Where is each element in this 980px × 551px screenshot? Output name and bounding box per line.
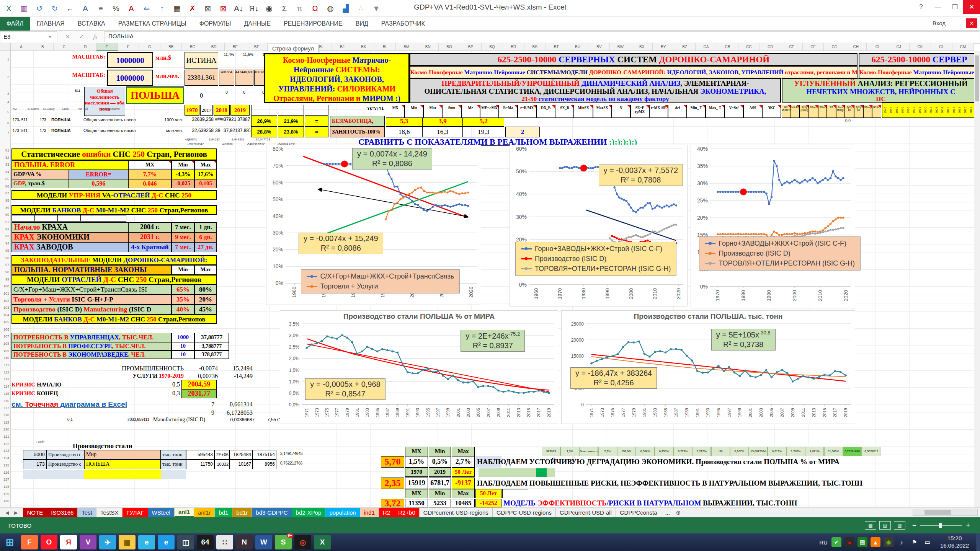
file-explorer-icon[interactable]: ▣ bbox=[119, 535, 136, 549]
row-header-99[interactable]: 99 bbox=[5, 277, 9, 281]
col-header-CM[interactable]: CM bbox=[952, 43, 974, 51]
sumA-min[interactable]: 0,5% bbox=[429, 456, 451, 468]
col-header-CL[interactable]: CL bbox=[931, 43, 952, 51]
col-header-F[interactable]: F bbox=[118, 43, 139, 51]
col-header-BV[interactable]: BV bbox=[588, 43, 610, 51]
row-header-117[interactable]: 117 bbox=[4, 406, 9, 410]
sheet-nav-arrows[interactable]: ◀▶ bbox=[0, 508, 23, 517]
row2-v3[interactable]: 37,9216 bbox=[224, 128, 237, 133]
row2-p1[interactable]: 28,8% bbox=[251, 127, 277, 137]
sumC-min[interactable]: 6781,7 bbox=[429, 478, 451, 489]
language-indicator[interactable]: RU bbox=[819, 539, 828, 546]
row-header-116[interactable]: 116 bbox=[4, 399, 9, 403]
crash3-year[interactable]: 4-х Кратный 2033г. bbox=[128, 242, 172, 252]
help-icon[interactable]: ? bbox=[913, 0, 929, 14]
steel1-code[interactable]: 5000 bbox=[23, 450, 47, 460]
col-header-BO[interactable]: BO bbox=[439, 43, 460, 51]
ind2-max[interactable]: 20% bbox=[194, 295, 217, 305]
sumE-max[interactable]: 10485 bbox=[452, 499, 475, 507]
steel1-ratio[interactable]: 3,149174648 bbox=[280, 452, 311, 456]
row-header-108[interactable]: 108 bbox=[3, 342, 9, 346]
row-header-96[interactable]: 96 bbox=[5, 256, 9, 260]
vertical-scrollbar[interactable] bbox=[974, 51, 980, 507]
row-header-126[interactable]: 126 bbox=[3, 471, 9, 474]
row-header-129[interactable]: 129 bbox=[3, 492, 9, 496]
close-icon[interactable]: ✕ bbox=[963, 0, 980, 14]
sheet-tab-ISO3166[interactable]: ISO3166 bbox=[47, 508, 78, 517]
telegram-icon[interactable]: ✈ bbox=[99, 535, 116, 549]
sheet-tab-bd1[interactable]: bd1 bbox=[215, 508, 232, 517]
opera-icon[interactable]: O bbox=[41, 535, 57, 549]
sheet-tab-NOTE[interactable]: NOTE bbox=[23, 508, 47, 517]
need3-v1[interactable]: 10 bbox=[172, 350, 194, 359]
sumA-max[interactable]: 2,7% bbox=[452, 456, 475, 468]
need2-v2[interactable]: 3,788777 bbox=[194, 342, 229, 350]
sheet-tab-TestSX[interactable]: TestSX bbox=[96, 508, 123, 517]
col-header-CC[interactable]: CC bbox=[738, 43, 760, 51]
row-header-118[interactable]: 118 bbox=[4, 413, 9, 417]
row-header-110[interactable]: 110 bbox=[4, 356, 9, 360]
delete-cells-icon[interactable]: ✗ bbox=[185, 2, 200, 15]
col-header-D[interactable]: D bbox=[75, 43, 96, 51]
sign-in-label[interactable]: Вход bbox=[933, 20, 946, 26]
row-header-127[interactable]: 127 bbox=[3, 478, 9, 481]
ribbon-tab-данные[interactable]: ДАННЫЕ bbox=[237, 17, 277, 31]
uslugi-v1[interactable]: 0,00736 bbox=[185, 373, 218, 380]
sheet-tab-anl1[interactable]: anl1 bbox=[175, 508, 194, 517]
sumC-mx[interactable]: 15919 bbox=[405, 478, 428, 489]
prom-v1[interactable]: -0,0074 bbox=[185, 365, 218, 372]
delete-rows-icon[interactable]: ⊠ bbox=[201, 2, 215, 15]
ribbon-tab-вид[interactable]: ВИД bbox=[349, 17, 375, 31]
crisis2-v2[interactable]: 2031,77 bbox=[181, 389, 217, 398]
col-header-BZ[interactable]: BZ bbox=[674, 43, 696, 51]
insert-cells-icon[interactable]: ↑ bbox=[155, 2, 169, 15]
col-header-BW[interactable]: BW bbox=[610, 43, 631, 51]
undo-icon[interactable]: ↺ bbox=[32, 2, 47, 15]
font-underline-icon[interactable]: А bbox=[78, 2, 93, 15]
need2-v1[interactable]: 10 bbox=[172, 342, 194, 350]
row-header-86[interactable]: 86 bbox=[5, 184, 9, 188]
sumE-mx[interactable]: 11350 bbox=[405, 499, 428, 507]
cancel-entry-icon[interactable]: ✕ bbox=[61, 31, 74, 42]
row-header-114[interactable]: 114 bbox=[4, 385, 9, 388]
row-header-100[interactable]: 100 bbox=[3, 284, 9, 288]
sumA-big[interactable]: 5,70 bbox=[381, 456, 404, 468]
gdpva-max[interactable]: 17,6% bbox=[194, 170, 217, 179]
word-icon[interactable]: W bbox=[255, 535, 272, 549]
zoom-slider-handle[interactable] bbox=[939, 523, 942, 528]
crash3-m[interactable]: 7 мес. bbox=[172, 242, 194, 252]
crash1-m[interactable]: 7 мес. bbox=[172, 222, 194, 232]
ind2-min[interactable]: 35% bbox=[172, 295, 194, 305]
internet-explorer-icon[interactable]: e bbox=[138, 535, 155, 549]
row-header-122[interactable]: 122 bbox=[3, 442, 9, 446]
row-header-103[interactable]: 103 bbox=[3, 306, 9, 310]
sumC-big[interactable]: 2,35 bbox=[381, 478, 404, 489]
photos-app-icon[interactable]: ◫ bbox=[177, 535, 194, 549]
row-header-83[interactable]: 83 bbox=[5, 163, 9, 166]
scale-value-2[interactable]: 1000000 bbox=[107, 70, 153, 86]
excel-logo-icon[interactable]: X bbox=[2, 2, 16, 15]
align-icon[interactable]: ≡ bbox=[93, 2, 108, 15]
col-header-BY[interactable]: BY bbox=[653, 43, 674, 51]
col-header-CD[interactable]: CD bbox=[760, 43, 781, 51]
start-button[interactable]: ⊞ bbox=[2, 535, 18, 549]
zoom-slider[interactable] bbox=[920, 525, 962, 526]
sheet-tab-bd3-GDPPC[interactable]: bd3-GDPPC bbox=[252, 508, 292, 517]
recorder-icon[interactable]: ● bbox=[844, 537, 854, 547]
row-header-130[interactable]: 130 bbox=[3, 499, 9, 503]
grid-app-icon[interactable]: ∷ bbox=[216, 535, 233, 549]
manu-v1[interactable]: 2033,659111 bbox=[103, 417, 149, 422]
row-header-119[interactable]: 119 bbox=[4, 421, 9, 424]
steel1-v1[interactable]: 595443 bbox=[186, 450, 214, 460]
green-grid-icon[interactable]: ▦ bbox=[858, 537, 867, 547]
row-header-113[interactable]: 113 bbox=[4, 377, 9, 381]
row-header-104[interactable]: 104 bbox=[3, 313, 9, 317]
row-header-81[interactable]: 81 bbox=[5, 148, 9, 152]
steel2-region[interactable]: ПОЛЬША bbox=[84, 460, 161, 469]
col-header-B[interactable]: B bbox=[32, 43, 54, 51]
view-normal-icon[interactable]: ▦ bbox=[865, 521, 876, 530]
sumE-big[interactable]: 3,72 bbox=[381, 499, 404, 507]
col-header-CG[interactable]: CG bbox=[824, 43, 845, 51]
action-center-flag-icon[interactable]: ⚑ bbox=[910, 537, 920, 547]
steel1-name[interactable]: Производство с bbox=[47, 450, 84, 460]
